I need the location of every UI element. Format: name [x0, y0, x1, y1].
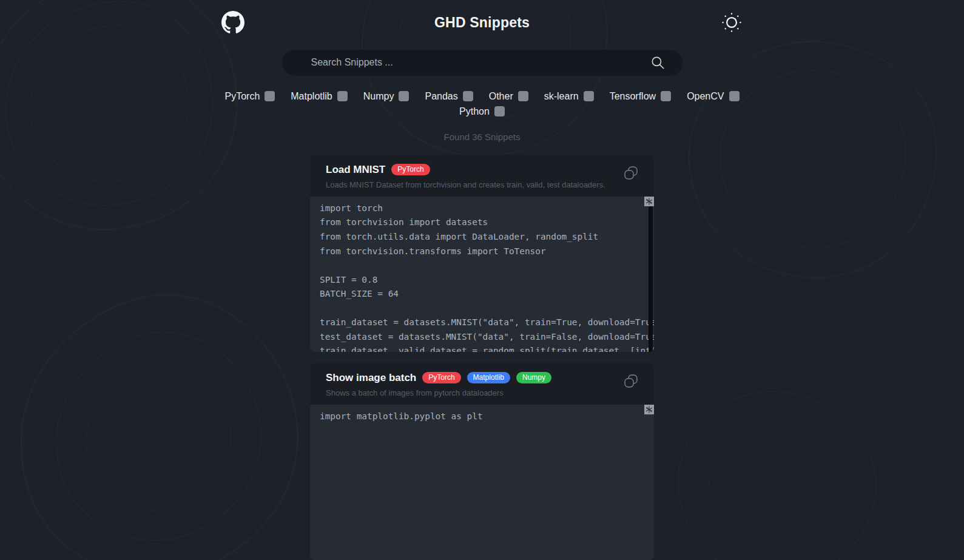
code-text: import matplotlib.pyplot as plt: [310, 405, 654, 424]
filter-checkbox-opencv[interactable]: [729, 91, 740, 101]
code-block[interactable]: import matplotlib.pyplot as plt: [310, 405, 654, 560]
theme-toggle-button[interactable]: [720, 11, 743, 34]
copy-icon: [622, 373, 639, 390]
filter-item-pandas[interactable]: Pandas: [425, 91, 473, 102]
snippet-card-header: Load MNIST PyTorch Loads MNIST Dataset f…: [310, 155, 654, 197]
filter-checkbox-numpy[interactable]: [399, 91, 409, 101]
snippet-description: Loads MNIST Dataset from torchvision and…: [326, 180, 638, 189]
tag-badge-matplotlib: Matplotlib: [467, 372, 510, 383]
filter-label: Matplotlib: [291, 91, 332, 102]
tag-badge-pytorch: PyTorch: [422, 372, 460, 383]
snippet-card-load-mnist: Load MNIST PyTorch Loads MNIST Dataset f…: [310, 155, 654, 352]
filter-label: sk-learn: [544, 91, 579, 102]
filter-label: PyTorch: [224, 91, 260, 102]
vertical-scrollbar-thumb[interactable]: [649, 201, 653, 352]
filter-item-other[interactable]: Other: [489, 91, 528, 102]
github-logo-icon[interactable]: [221, 11, 244, 34]
header: GHD Snippets: [221, 11, 743, 34]
filter-item-tensorflow[interactable]: Tensorflow: [610, 91, 671, 102]
filter-checkbox-pandas[interactable]: [463, 91, 473, 101]
filter-row-2: Python: [459, 106, 505, 117]
filter-section: PyTorch Matplotlib Numpy Pandas Other sk…: [224, 91, 739, 117]
snippet-title-row: Show image batch PyTorch Matplotlib Nump…: [326, 372, 638, 384]
copy-icon: [622, 164, 639, 181]
page-title: GHD Snippets: [249, 15, 715, 31]
snippet-title-row: Load MNIST PyTorch: [326, 164, 638, 176]
snippet-card-header: Show image batch PyTorch Matplotlib Nump…: [310, 363, 654, 405]
filter-label: OpenCV: [687, 91, 724, 102]
filter-item-sklearn[interactable]: sk-learn: [544, 91, 594, 102]
github-octocat-icon: [221, 11, 244, 34]
snippet-title: Load MNIST: [326, 164, 385, 176]
filter-label: Tensorflow: [610, 91, 656, 102]
search-icon[interactable]: [650, 55, 666, 70]
copy-snippet-button[interactable]: [622, 373, 639, 390]
filter-row-1: PyTorch Matplotlib Numpy Pandas Other sk…: [224, 91, 739, 102]
filter-label: Python: [459, 106, 490, 117]
scrollbar-corner-star-icon: [644, 197, 654, 206]
tag-badge-numpy: Numpy: [516, 372, 551, 383]
scrollbar-corner-star-icon: [644, 405, 654, 414]
filter-label: Pandas: [425, 91, 457, 102]
filter-checkbox-pytorch[interactable]: [265, 91, 275, 101]
sun-icon: [720, 11, 743, 34]
snippet-title: Show image batch: [326, 372, 416, 384]
filter-label: Numpy: [363, 91, 394, 102]
filter-checkbox-other[interactable]: [518, 91, 528, 101]
filter-item-opencv[interactable]: OpenCV: [687, 91, 739, 102]
snippet-card-show-image-batch: Show image batch PyTorch Matplotlib Nump…: [310, 363, 654, 560]
filter-item-numpy[interactable]: Numpy: [363, 91, 410, 102]
code-block[interactable]: import torch from torchvision import dat…: [310, 197, 654, 352]
results-count: Found 36 Snippets: [444, 132, 521, 142]
filter-item-python[interactable]: Python: [459, 106, 505, 117]
filter-label: Other: [489, 91, 513, 102]
search-bar: [282, 50, 683, 76]
filter-checkbox-python[interactable]: [494, 106, 505, 116]
filter-item-matplotlib[interactable]: Matplotlib: [291, 91, 347, 102]
filter-checkbox-tensorflow[interactable]: [661, 91, 671, 101]
code-text: import torch from torchvision import dat…: [310, 197, 654, 352]
snippet-description: Shows a batch of images from pytorch dat…: [326, 388, 638, 397]
filter-item-pytorch[interactable]: PyTorch: [224, 91, 275, 102]
filter-checkbox-matplotlib[interactable]: [337, 91, 348, 101]
search-input[interactable]: [311, 57, 650, 68]
copy-snippet-button[interactable]: [622, 164, 639, 181]
page: GHD Snippets: [0, 0, 964, 560]
filter-checkbox-sklearn[interactable]: [584, 91, 594, 101]
tag-badge-pytorch: PyTorch: [391, 164, 430, 175]
